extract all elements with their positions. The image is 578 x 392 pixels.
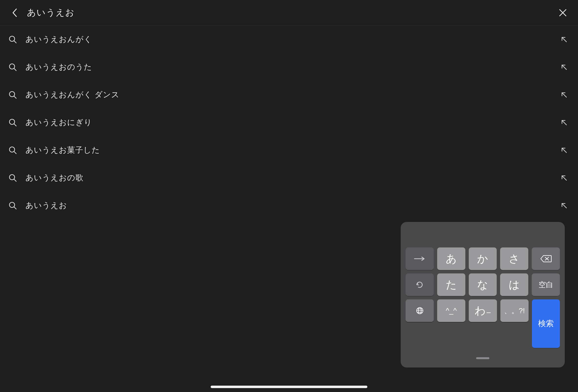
undo-icon	[415, 281, 424, 289]
suggestion-text: あいうえおにぎり	[25, 117, 560, 128]
suggestion-text: あいうえお菓子した	[25, 145, 560, 155]
insert-suggestion-button[interactable]	[560, 118, 568, 127]
search-input[interactable]	[27, 8, 557, 18]
insert-suggestion-button[interactable]	[560, 35, 568, 44]
suggestion-text: あいうえおんがく	[25, 34, 560, 45]
close-button[interactable]	[557, 7, 568, 18]
svg-line-12	[14, 124, 16, 126]
kana-key-wa[interactable]: わー	[469, 299, 497, 322]
svg-line-19	[562, 176, 567, 180]
backspace-key[interactable]	[532, 247, 560, 270]
suggestion-text: あいうえおのうた	[25, 62, 560, 73]
insert-suggestion-button[interactable]	[560, 174, 568, 182]
kana-keyboard[interactable]: あ か さ た な は 空白	[401, 222, 565, 368]
kana-key-na[interactable]: な	[469, 273, 497, 296]
suggestion-row[interactable]: あいうえお菓子した	[0, 136, 578, 164]
svg-line-13	[562, 120, 567, 125]
svg-point-5	[9, 64, 15, 69]
kana-key-wa-sub: ー	[486, 310, 491, 316]
suggestion-row[interactable]: あいうえお	[0, 192, 578, 219]
chevron-left-icon	[12, 8, 17, 17]
svg-point-20	[9, 202, 15, 207]
punctuation-key[interactable]: 、。?!	[500, 299, 529, 322]
search-header	[0, 0, 578, 25]
globe-icon	[416, 306, 424, 315]
suggestions-list: あいうえおんがく あいうえおのうた あいうえおんがく ダンス あいうえおにぎり	[0, 25, 578, 219]
search-icon	[8, 90, 17, 99]
suggestion-text: あいうえお	[25, 200, 560, 211]
kana-key-ka[interactable]: か	[469, 247, 497, 270]
suggestion-row[interactable]: あいうえおんがく ダンス	[0, 81, 578, 108]
suggestion-row[interactable]: あいうえおの歌	[0, 164, 578, 192]
close-icon	[559, 9, 567, 17]
arrow-right-icon	[414, 256, 425, 261]
kana-key-wa-main: わ	[475, 303, 486, 318]
search-icon	[8, 146, 17, 155]
search-icon	[8, 63, 17, 72]
svg-line-10	[562, 93, 567, 97]
emoji-key[interactable]: ^_^	[437, 299, 465, 322]
svg-line-15	[14, 151, 16, 154]
svg-line-18	[14, 179, 16, 181]
back-button[interactable]	[10, 8, 20, 18]
kana-key-ha[interactable]: は	[500, 273, 528, 296]
search-icon	[8, 201, 17, 210]
next-candidate-key[interactable]	[406, 247, 434, 270]
suggestion-text: あいうえおの歌	[25, 172, 560, 183]
search-key[interactable]: 検索	[532, 299, 560, 348]
keyboard-rows: あ か さ た な は 空白	[406, 247, 560, 351]
svg-line-7	[562, 65, 567, 69]
globe-key[interactable]	[406, 299, 434, 322]
space-key[interactable]: 空白	[532, 273, 560, 296]
svg-point-8	[9, 91, 15, 97]
kana-key-sa[interactable]: さ	[500, 247, 528, 270]
svg-point-2	[9, 36, 15, 41]
svg-point-14	[9, 147, 15, 152]
kana-key-ta[interactable]: た	[437, 273, 465, 296]
search-icon	[8, 118, 17, 127]
search-icon	[8, 173, 17, 182]
undo-key[interactable]	[406, 273, 434, 296]
insert-suggestion-button[interactable]	[560, 201, 568, 210]
svg-line-21	[14, 207, 16, 209]
svg-line-9	[14, 96, 16, 98]
backspace-icon	[540, 254, 552, 263]
svg-point-17	[9, 174, 15, 180]
kana-key-a[interactable]: あ	[437, 247, 465, 270]
suggestion-text: あいうえおんがく ダンス	[25, 90, 560, 100]
insert-suggestion-button[interactable]	[560, 91, 568, 99]
suggestion-row[interactable]: あいうえおにぎり	[0, 108, 578, 136]
svg-point-11	[9, 119, 15, 124]
insert-suggestion-button[interactable]	[560, 63, 568, 71]
svg-line-22	[562, 203, 567, 208]
keyboard-drag-handle[interactable]	[476, 357, 489, 359]
svg-line-3	[14, 41, 16, 43]
svg-line-6	[14, 68, 16, 71]
insert-suggestion-button[interactable]	[560, 146, 568, 154]
suggestion-row[interactable]: あいうえおのうた	[0, 53, 578, 81]
home-indicator[interactable]	[211, 386, 367, 388]
suggestion-row[interactable]: あいうえおんがく	[0, 25, 578, 53]
search-icon	[8, 35, 17, 44]
svg-line-16	[562, 148, 567, 152]
svg-line-4	[562, 37, 567, 42]
